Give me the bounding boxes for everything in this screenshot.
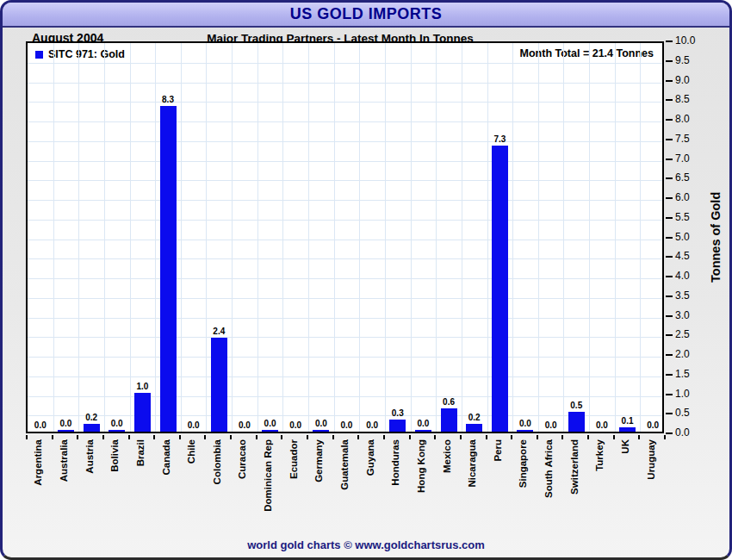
gridline-vertical <box>130 43 131 432</box>
x-axis-category-label: Honduras <box>390 439 401 538</box>
bar <box>313 430 329 432</box>
x-axis-tick <box>383 435 385 439</box>
y-axis-tick-label: 2.0 <box>675 348 710 361</box>
y-axis-tick-label: 7.5 <box>675 133 710 146</box>
x-axis-category-label: Singapore <box>518 439 529 538</box>
gridline-vertical <box>78 43 79 432</box>
bar <box>415 430 431 432</box>
gridline-vertical <box>563 43 564 432</box>
x-axis-category-label: Dominican Rep <box>263 439 274 538</box>
x-axis-tick <box>26 435 28 439</box>
x-axis-tick <box>281 435 282 439</box>
bar-value-label: 7.3 <box>484 134 517 144</box>
y-axis-tick-label: 1.5 <box>675 368 710 381</box>
x-axis-tick <box>460 435 462 439</box>
gridline-vertical <box>411 43 412 432</box>
bar <box>492 146 508 432</box>
y-axis-tick-label: 3.0 <box>675 309 710 322</box>
x-axis-tick <box>102 435 104 439</box>
bar <box>134 393 151 432</box>
bar <box>568 412 585 432</box>
x-axis-category-label: Brazil <box>135 439 146 538</box>
x-axis-tick <box>664 435 666 439</box>
gridline-horizontal <box>28 121 662 122</box>
x-axis-tick <box>357 435 359 439</box>
x-axis-tick <box>52 435 53 439</box>
y-axis-tick <box>666 276 673 277</box>
x-axis-category-label: Curacao <box>237 439 248 538</box>
y-axis-tick <box>666 40 673 42</box>
y-axis-tick-label: 7.0 <box>675 152 710 165</box>
x-axis-category-label: Canada <box>161 439 172 538</box>
bar <box>160 106 177 432</box>
y-axis-tick <box>666 413 673 414</box>
bar <box>211 338 227 432</box>
x-axis-tick <box>332 435 334 439</box>
x-axis-category-label: Bolivia <box>109 439 121 538</box>
x-axis-tick <box>230 435 232 439</box>
page-title: US GOLD IMPORTS <box>290 5 443 23</box>
y-axis-tick <box>666 394 673 395</box>
bar <box>619 427 636 432</box>
bar-value-label: 0.3 <box>382 408 414 418</box>
gridline-vertical <box>436 43 437 432</box>
gridline-horizontal <box>28 357 662 358</box>
x-axis-tick <box>638 435 640 439</box>
x-axis-category-label: Nicaragua <box>467 439 478 538</box>
bar <box>389 420 406 432</box>
y-axis-tick-label: 9.0 <box>675 74 710 87</box>
bar-value-label: 8.3 <box>152 95 184 104</box>
gridline-horizontal <box>28 415 662 416</box>
y-axis-tick <box>666 217 673 219</box>
legend-label: SITC 971: Gold <box>48 48 125 60</box>
x-axis-category-label: Peru <box>493 439 504 538</box>
y-axis-tick <box>666 296 673 297</box>
x-axis-tick <box>204 435 206 439</box>
x-axis-tick <box>511 435 512 439</box>
bar-value-label: 0.0 <box>407 419 440 428</box>
gridline-horizontal <box>28 200 662 201</box>
y-axis-tick <box>666 256 673 258</box>
y-axis-tick <box>666 139 673 140</box>
x-axis-tick <box>256 435 257 439</box>
x-axis-tick <box>561 435 563 439</box>
gridline-vertical <box>232 43 233 432</box>
gridline-horizontal <box>28 318 662 319</box>
month-total-annotation: Month Total = 21.4 Tonnes <box>520 47 654 59</box>
x-axis-tick <box>409 435 411 439</box>
gridline-vertical <box>53 43 54 432</box>
plot-area: SITC 971: Gold Month Total = 21.4 Tonnes… <box>26 41 664 433</box>
gridline-vertical <box>257 43 258 432</box>
x-axis-category-label: Ecuador <box>288 439 300 538</box>
y-axis-tick <box>666 197 673 199</box>
bar-value-label: 0.0 <box>101 419 133 428</box>
x-axis-tick <box>77 435 78 439</box>
y-axis-tick <box>666 177 673 179</box>
y-axis-tick <box>666 334 673 336</box>
bar <box>441 408 457 432</box>
gridline-vertical <box>308 43 309 432</box>
gridline-vertical <box>538 43 539 432</box>
gridline-horizontal <box>28 161 662 162</box>
y-axis-tick <box>666 237 673 239</box>
gridline-horizontal <box>28 220 662 221</box>
y-axis-tick-label: 1.0 <box>675 388 710 401</box>
gridline-vertical <box>615 43 616 432</box>
gridline-horizontal <box>28 376 662 377</box>
y-axis-tick-label: 4.0 <box>675 270 710 283</box>
bar <box>466 424 482 432</box>
x-axis-tick <box>307 435 308 439</box>
y-axis-tick-label: 9.5 <box>675 54 710 67</box>
y-axis-tick-label: 8.0 <box>675 113 710 126</box>
y-axis-tick <box>666 60 673 62</box>
gridline-vertical <box>104 43 105 432</box>
x-axis-category-label: Austria <box>84 439 96 538</box>
bar-value-label: 0.0 <box>177 420 210 430</box>
x-axis-category-label: South Africa <box>543 439 555 538</box>
gridline-horizontal <box>28 141 662 142</box>
gridline-horizontal <box>28 240 662 240</box>
gridline-vertical <box>282 43 283 432</box>
x-axis-category-label: Argentina <box>33 439 44 538</box>
footer-credit: world gold charts © www.goldchartsrus.co… <box>3 538 729 551</box>
y-axis-tick-label: 5.0 <box>675 231 710 244</box>
